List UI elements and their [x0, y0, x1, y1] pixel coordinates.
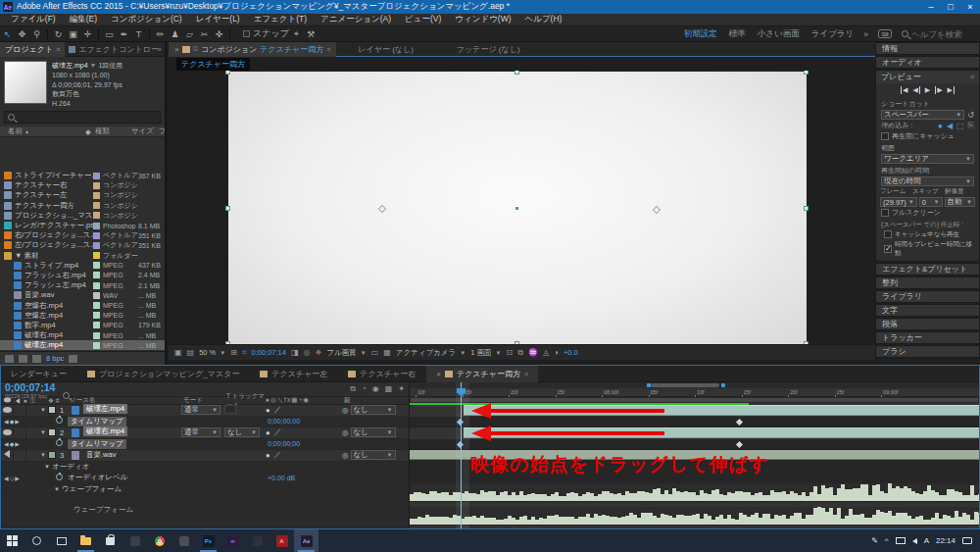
exposure-value[interactable]: +0.0	[564, 348, 578, 357]
menu-item[interactable]: エフェクト(T)	[247, 14, 314, 25]
interpret-footage-icon[interactable]	[5, 355, 14, 363]
photoshop-button[interactable]: Ps	[196, 529, 220, 552]
visual-studio-button[interactable]: ∞	[220, 529, 245, 552]
channels-icon[interactable]: ❖	[316, 348, 322, 357]
type-color-swatch[interactable]	[93, 332, 100, 339]
property-name[interactable]: タイムリマップ	[68, 417, 126, 427]
type-color-swatch[interactable]	[93, 282, 100, 289]
timeremap-row-1[interactable]: ◀◆▶ タイムリマップ 0;00;00;00	[1, 417, 409, 428]
expander-icon[interactable]: ▼	[38, 407, 48, 413]
keyframe-nav[interactable]: ◀◇▶	[4, 475, 21, 481]
hide-shy-layers-icon[interactable]: ◉	[372, 384, 379, 394]
file-row[interactable]: フラッシュ左.mp4MPEG2.1 MB	[0, 280, 165, 290]
file-row[interactable]: フラッシュ右.mp4MPEG2.4 MB	[0, 271, 165, 280]
workspace-item[interactable]: 小さい画面	[758, 28, 800, 40]
keyframe-value[interactable]: 0;00;00;00	[268, 440, 300, 447]
type-color-swatch[interactable]	[93, 312, 100, 319]
audio-level-row[interactable]: ◀◇▶ オーディオレベル +0.00 dB	[1, 473, 409, 484]
trkmat-empty[interactable]	[224, 405, 236, 414]
collapsed-panel-header[interactable]: エフェクト&プリセット	[875, 263, 980, 276]
reset-icon[interactable]: ↺	[967, 111, 974, 120]
layer-color-label[interactable]	[48, 451, 60, 459]
zoom-scroll-handle[interactable]	[651, 383, 719, 387]
stopwatch-icon[interactable]	[56, 417, 63, 426]
expander-icon[interactable]: ▼	[38, 429, 48, 435]
play-button[interactable]: ▶	[925, 86, 930, 94]
collapsed-panel-header[interactable]: 情報	[875, 42, 980, 55]
file-row[interactable]: 空爆右.mp4MPEG... MB	[0, 300, 165, 310]
rotation-tool-icon[interactable]: ↻	[51, 29, 66, 39]
layer-name[interactable]: 破壊右.mp4	[83, 427, 127, 436]
next-frame-button[interactable]: ▶	[935, 86, 942, 94]
minimize-button[interactable]: –	[921, 2, 941, 12]
property-value[interactable]: +0.00 dB	[268, 475, 295, 481]
parent-dropdown[interactable]: なし▼	[351, 405, 396, 415]
play-from-dropdown[interactable]: 現在の時間▼	[881, 176, 974, 186]
file-row[interactable]: ストライプ/イーチャー.aiベクトルアート367 KB	[0, 171, 165, 180]
view-layout-dropdown[interactable]: 1 画面 ▼	[470, 348, 501, 358]
timeline-graph-area[interactable]: 10f15f20f25f08;00f05f10f15f20f25f09;00f	[410, 382, 979, 528]
file-row[interactable]: 左/プロジェクショ...ス.aiベクトルアート351 KB	[0, 240, 165, 250]
blend-mode-dropdown[interactable]: 通常▼	[181, 427, 220, 437]
ime-indicator[interactable]: A	[924, 536, 929, 545]
workspace-item[interactable]: 標準	[729, 28, 746, 40]
eraser-tool-icon[interactable]: ▱	[182, 29, 197, 39]
type-color-swatch[interactable]	[93, 182, 100, 189]
prev-frame-button[interactable]: ◀	[912, 86, 919, 94]
comp-mini-flowchart-icon[interactable]: ⧉	[350, 384, 356, 394]
magnification-dropdown[interactable]: 50 % ▼	[199, 348, 225, 357]
tab-composition[interactable]: × ⚿ コンポジション テクスチャー両方 ≡	[169, 42, 336, 57]
start-button[interactable]	[0, 529, 24, 552]
property-name[interactable]: タイムリマップ	[68, 439, 126, 449]
app-dark-2-button[interactable]	[172, 529, 196, 552]
file-row[interactable]: テクスチャー左コンポジション	[0, 190, 165, 200]
type-tool-icon[interactable]: T	[131, 29, 146, 39]
transparency-grid-icon[interactable]: ▦	[383, 348, 391, 357]
project-search-field[interactable]	[4, 111, 161, 124]
type-color-swatch[interactable]	[93, 342, 100, 349]
lock-toggle[interactable]	[25, 450, 38, 461]
show-snapshot-icon[interactable]: ◎	[304, 348, 311, 357]
fullscreen-checkbox[interactable]	[881, 209, 889, 217]
menu-item[interactable]: アニメーション(A)	[314, 14, 398, 25]
cortana-search-button[interactable]	[24, 529, 49, 552]
new-composition-icon[interactable]	[32, 355, 41, 363]
timeline-tab[interactable]: プロジェクションマッピング_マスター	[77, 366, 249, 382]
expander-icon[interactable]: ▼	[38, 452, 48, 458]
audio-group-row[interactable]: ▼ オーディオ	[1, 462, 409, 474]
safe-zones-icon[interactable]: ⌗	[242, 348, 247, 358]
timeline-tab[interactable]: ×テクスチャー両方≡	[426, 366, 538, 382]
menu-item[interactable]: ファイル(F)	[4, 14, 63, 25]
solo-toggle[interactable]	[13, 450, 25, 461]
selection-handle[interactable]	[514, 71, 519, 75]
file-row[interactable]: プロジェクショ..._マスターコンポジション	[0, 211, 165, 221]
layer-row-1[interactable]: ▼ 1 破壊左.mp4 通常▼ ●／ ◎なし▼	[1, 405, 409, 417]
play-cached-checkbox[interactable]	[884, 230, 892, 238]
file-row[interactable]: テクスチャー両方コンポジション	[0, 201, 165, 211]
app-dark-1-button[interactable]	[122, 529, 147, 552]
close-button[interactable]: ×	[960, 2, 980, 12]
eye-icon[interactable]	[3, 429, 12, 435]
solo-toggle[interactable]	[13, 427, 25, 438]
trkmat-dropdown[interactable]: なし▼	[224, 427, 260, 437]
trash-icon[interactable]	[69, 355, 77, 363]
fast-previews-icon[interactable]: ⧉	[517, 348, 523, 358]
stopwatch-icon[interactable]	[56, 474, 63, 482]
rulers-icon[interactable]: ⊞	[230, 348, 237, 357]
skip-dropdown[interactable]: 0▼	[919, 197, 943, 207]
pickwhip-icon[interactable]: ◎	[342, 406, 349, 415]
selection-handle[interactable]	[225, 206, 230, 211]
parent-dropdown[interactable]: なし▼	[351, 427, 396, 437]
timeline-column-header[interactable]: ● ⚿ ❖ # ソース名 モード T トラックマット ●◎＼fx▦◔◉ 親	[1, 396, 409, 405]
video-include-icon[interactable]: ●	[938, 122, 943, 130]
keyframe-nav[interactable]: ◀◆▶	[4, 440, 21, 447]
app-dark-3-button[interactable]	[245, 529, 270, 552]
file-row[interactable]: ▼ 素材フォルダー	[0, 251, 165, 261]
hand-tool-icon[interactable]: ✥	[15, 29, 29, 39]
collapsed-panel-header[interactable]: オーディオ	[875, 56, 980, 69]
shape-tool-icon[interactable]: ▭	[102, 29, 117, 39]
adobe-red-button[interactable]: A	[270, 529, 294, 552]
puppet-pin-tool-icon[interactable]: ✜	[212, 29, 226, 39]
file-row[interactable]: 数字.mp4MPEG179 KB	[0, 321, 165, 330]
lock-icon[interactable]: ⚿	[193, 45, 198, 53]
